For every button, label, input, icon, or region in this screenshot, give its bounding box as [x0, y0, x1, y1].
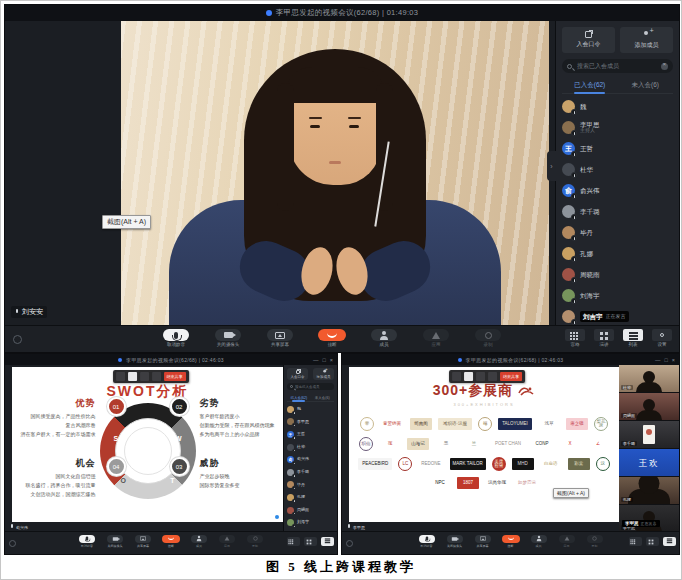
speaker-view-button[interactable]	[645, 537, 659, 546]
participant-thumbnail[interactable]: 李千璐 李千璐	[619, 421, 679, 448]
member-search[interactable]	[562, 59, 673, 73]
search-input[interactable]	[575, 62, 658, 70]
speaker-view-button[interactable]: 演讲	[592, 329, 616, 347]
swot-quadrant: 02 劣势 客户群年龄跨度小 创新能力受限，存在跟风模仿现象 多为电商平台上的小…	[200, 397, 284, 439]
brand-logo: TALOYUMEI	[498, 418, 532, 430]
speaker-view-button[interactable]	[303, 537, 317, 546]
close-button[interactable]: ×	[330, 357, 333, 363]
participant-thumbnail[interactable]: 王欢 王欢 王欢	[619, 449, 679, 476]
hangup-button[interactable]: 挂断	[309, 329, 355, 347]
speaking-indicator: 刘吉宇正在发言	[580, 311, 629, 322]
member-row[interactable]: 周晓雨 周晓雨	[287, 504, 334, 517]
share-annotate-button[interactable]	[476, 372, 485, 381]
grid-view-button[interactable]	[286, 537, 300, 546]
maximize-button[interactable]: □	[322, 357, 325, 363]
member-row[interactable]: 魏 魏	[562, 96, 673, 117]
member-row[interactable]: 孔娜 孔娜	[287, 491, 334, 504]
member-row[interactable]: 周晓雨 周晓雨	[562, 264, 673, 285]
tab-joined[interactable]: 已入会(62)	[287, 395, 311, 401]
members-button[interactable]: 成员	[527, 534, 551, 548]
participant-thumbnail[interactable]: 李甲思 李甲思正在发言	[619, 505, 679, 532]
tab-not-joined[interactable]: 未入会(6)	[311, 395, 335, 401]
tab-joined[interactable]: 已入会(62)	[562, 78, 618, 93]
member-name: 李甲思	[297, 420, 309, 424]
close-button[interactable]: ×	[672, 357, 675, 363]
record-button[interactable]: 录制	[465, 329, 511, 347]
member-row[interactable]: 魏 魏	[287, 403, 334, 416]
unmute-button[interactable]: 取消静音	[75, 534, 99, 548]
member-row[interactable]: 刘海宇 刘海宇	[562, 285, 673, 306]
slide-subtitle: 300+EXHIBITORS	[349, 402, 619, 407]
add-member-icon	[321, 370, 325, 374]
hangup-button[interactable]: 挂断	[159, 534, 183, 548]
member-row[interactable]: 王 王哲 王哲	[287, 428, 334, 441]
tab-not-joined[interactable]: 未入会(6)	[618, 78, 674, 93]
share-camera-button[interactable]	[464, 372, 473, 381]
share-members-button[interactable]	[488, 372, 497, 381]
member-row[interactable]: 刘海宇 刘海宇	[287, 516, 334, 529]
mic-icon	[347, 524, 351, 530]
invite-button[interactable]: 添加成员	[620, 27, 673, 53]
member-tabs: 已入会(62) 未入会(6)	[562, 78, 673, 94]
share-mic-button[interactable]	[116, 372, 125, 381]
camera-button[interactable]: 关闭摄像头	[205, 329, 251, 347]
clear-search-icon[interactable]	[661, 63, 668, 70]
panel-collapse-handle[interactable]: ›	[547, 151, 556, 181]
member-row[interactable]: 李千璐 李千璐	[562, 201, 673, 222]
end-share-button[interactable]: 结束共享	[500, 372, 522, 381]
passcode-button[interactable]: 入会口令	[287, 368, 308, 380]
member-row[interactable]: 李甲思 主持人 李甲思	[562, 117, 673, 138]
list-view-icon	[666, 538, 671, 539]
list-view-button[interactable]	[662, 537, 676, 546]
minimize-button[interactable]: —	[313, 357, 319, 363]
share-members-button[interactable]	[152, 372, 161, 381]
member-name: 杜华	[297, 445, 305, 449]
member-row[interactable]: 毕丹 毕丹	[287, 479, 334, 492]
share-mic-button[interactable]	[452, 372, 461, 381]
member-row[interactable]: 杜华 杜华	[287, 441, 334, 454]
apps-icon	[225, 536, 230, 540]
member-search[interactable]: 搜索已入会成员	[287, 383, 334, 390]
share-screen-icon	[140, 536, 146, 540]
maximize-button[interactable]: □	[664, 357, 667, 363]
record-button[interactable]: 录制	[243, 534, 267, 548]
camera-button[interactable]: 关闭摄像头	[443, 534, 467, 548]
minimize-button[interactable]: —	[655, 357, 661, 363]
member-row[interactable]: 李千璐 李千璐	[287, 466, 334, 479]
member-row[interactable]: 俞 俞兴伟 俞兴伟	[562, 180, 673, 201]
unmute-button[interactable]: 取消静音	[415, 534, 439, 548]
passcode-button[interactable]: 入会口令	[562, 27, 615, 53]
share-screen-button[interactable]: 共享屏幕	[257, 329, 303, 347]
member-row[interactable]: 孔娜 孔娜	[562, 243, 673, 264]
share-annotate-button[interactable]	[140, 372, 149, 381]
end-share-button[interactable]: 结束共享	[164, 372, 186, 381]
members-button[interactable]: 成员	[361, 329, 407, 347]
member-row[interactable]: 杜华 杜华	[562, 159, 673, 180]
ring-letter-s: S	[114, 435, 119, 442]
participant-thumbnail[interactable]: 周晓雨 周晓雨	[619, 393, 679, 420]
participant-thumbnail[interactable]: 孔娜 孔娜	[619, 477, 679, 504]
member-row[interactable]: 刘吉宇 刘吉宇正在发言	[562, 306, 673, 327]
member-row[interactable]: 李甲思 主持人 李甲思	[287, 416, 334, 429]
share-screen-button[interactable]: 共享屏幕	[471, 534, 495, 548]
apps-button[interactable]: 应用	[555, 534, 579, 548]
participant-thumbnail[interactable]: 杜华 杜华	[619, 365, 679, 392]
member-row[interactable]: 王 王哲 王哲	[562, 138, 673, 159]
members-button[interactable]: 成员	[187, 534, 211, 548]
member-row[interactable]: 毕丹 毕丹	[562, 222, 673, 243]
hangup-button[interactable]: 挂断	[499, 534, 523, 548]
record-button[interactable]: 录制	[583, 534, 607, 548]
camera-button[interactable]: 关闭摄像头	[103, 534, 127, 548]
list-view-button[interactable]: 列表	[621, 329, 645, 347]
grid-view-button[interactable]: 宫格	[563, 329, 587, 347]
apps-button[interactable]: 应用	[215, 534, 239, 548]
share-camera-button[interactable]	[128, 372, 137, 381]
share-screen-button[interactable]: 共享屏幕	[131, 534, 155, 548]
apps-button[interactable]: 应用	[413, 329, 459, 347]
list-view-button[interactable]	[320, 537, 334, 546]
grid-view-button[interactable]	[628, 537, 642, 546]
invite-button[interactable]: 添加成员	[313, 368, 334, 380]
settings-button[interactable]: 设置	[650, 329, 674, 347]
unmute-button[interactable]: 取消静音	[153, 329, 199, 347]
member-row[interactable]: 俞 俞兴伟 俞兴伟	[287, 453, 334, 466]
